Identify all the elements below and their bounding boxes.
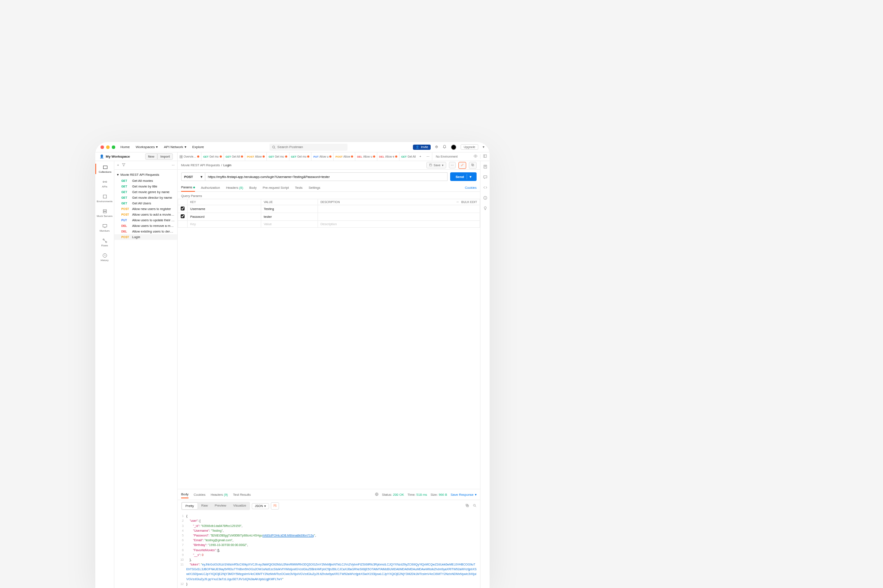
eye-icon[interactable] — [471, 154, 480, 159]
new-tab-button[interactable]: + — [417, 155, 424, 158]
more-icon[interactable]: ··· — [172, 163, 175, 167]
param-value[interactable]: Testing — [261, 205, 318, 213]
tab-settings[interactable]: Settings — [308, 184, 320, 191]
tab-body[interactable]: Body — [249, 184, 256, 191]
tab-authorization[interactable]: Authorization — [201, 184, 220, 191]
more-button[interactable]: ··· — [449, 162, 456, 168]
tab[interactable]: DELAllow u — [355, 152, 377, 161]
view-pretty[interactable]: Pretty — [182, 502, 198, 510]
param-description-placeholder[interactable]: Description — [318, 221, 480, 228]
comment-icon[interactable] — [483, 175, 487, 180]
resp-tab-cookies[interactable]: Cookies — [194, 491, 205, 498]
view-preview[interactable]: Preview — [211, 502, 230, 510]
rail-history[interactable]: History — [95, 252, 114, 262]
save-response-button[interactable]: Save Response ▾ — [451, 493, 477, 497]
new-button[interactable]: New — [145, 153, 157, 160]
tab-tests[interactable]: Tests — [295, 184, 303, 191]
tab[interactable]: GETGet mo — [267, 152, 289, 161]
menu-workspaces[interactable]: Workspaces ▾ — [136, 145, 158, 149]
rail-apis[interactable]: APIs — [95, 178, 114, 189]
tree-request[interactable]: POSTLogin — [114, 234, 177, 240]
tab-params[interactable]: Params — [181, 184, 195, 192]
tree-request[interactable]: GETGet movie by title — [114, 184, 177, 189]
tree-request[interactable]: GETGet All movies — [114, 178, 177, 184]
tree-request[interactable]: GETGet All Users — [114, 200, 177, 206]
close-window-icon[interactable] — [101, 145, 104, 149]
import-button[interactable]: Import — [157, 153, 173, 160]
tab[interactable]: GETGet All — [399, 152, 417, 161]
plus-icon[interactable]: + — [117, 163, 119, 167]
more-tabs-button[interactable]: ··· — [424, 155, 432, 158]
rail-flows[interactable]: Flows — [95, 237, 114, 248]
info-icon[interactable] — [483, 196, 487, 201]
send-button[interactable]: Send ▾ — [450, 172, 477, 181]
method-select[interactable]: POST ▾ — [181, 172, 205, 181]
rail-environments[interactable]: Environments — [95, 193, 114, 204]
tree-request[interactable]: PUTAllow users to update their us… — [114, 217, 177, 223]
tab[interactable]: GETGet mo — [289, 152, 312, 161]
chevron-down-icon[interactable]: ▾ — [483, 145, 484, 149]
sidebar-toggle-icon[interactable] — [480, 154, 490, 159]
cookies-link[interactable]: Cookies — [465, 186, 477, 190]
maximize-window-icon[interactable] — [112, 145, 115, 149]
param-key[interactable]: Username — [188, 205, 261, 213]
tab[interactable]: POSTAllow — [334, 152, 355, 161]
format-select[interactable]: JSON ▾ — [252, 503, 269, 509]
param-key[interactable]: Password — [188, 213, 261, 221]
tree-request[interactable]: DELAllow users to remove a movi… — [114, 223, 177, 229]
tab-headers[interactable]: Headers (8) — [226, 184, 243, 191]
view-raw[interactable]: Raw — [198, 502, 211, 510]
menu-home[interactable]: Home — [120, 145, 130, 149]
param-description[interactable] — [318, 205, 480, 213]
menu-explore[interactable]: Explore — [192, 145, 204, 149]
collection-folder[interactable]: ▾ Movie REST API Requests — [114, 171, 177, 178]
tree-request[interactable]: POSTAllow users to add a movie to … — [114, 212, 177, 217]
search-icon[interactable] — [473, 504, 477, 508]
tab[interactable]: DELAllow e — [377, 152, 399, 161]
param-checkbox[interactable] — [181, 214, 185, 218]
resp-tab-body[interactable]: Body — [181, 491, 188, 498]
tree-request[interactable]: POSTAllow new users to register — [114, 206, 177, 212]
docs-icon[interactable] — [483, 165, 487, 170]
tab[interactable]: GETGet All — [224, 152, 246, 161]
tree-request[interactable]: GETGet movie genre by name — [114, 189, 177, 195]
rail-collections[interactable]: Collections — [95, 164, 114, 174]
rail-mock-servers[interactable]: Mock Servers — [95, 208, 114, 218]
save-button[interactable]: Save ▾ — [426, 162, 446, 168]
edit-button[interactable] — [458, 162, 466, 169]
rail-monitors[interactable]: Monitors — [95, 223, 114, 233]
tab[interactable]: PUTAllow u — [312, 152, 334, 161]
resp-tab-test-results[interactable]: Test Results — [233, 491, 251, 498]
url-input[interactable] — [205, 172, 448, 181]
workspace-name[interactable]: 👤 My Workspace New Import — [95, 152, 178, 161]
param-value-placeholder[interactable]: Value — [261, 221, 318, 228]
environment-select[interactable]: No Environment — [432, 152, 471, 161]
resp-tab-headers[interactable]: Headers (9) — [211, 491, 228, 498]
tab-prerequest[interactable]: Pre-request Script — [263, 184, 289, 191]
search-input[interactable]: Search Postman — [269, 144, 347, 151]
menu-api-network[interactable]: API Network ▾ — [164, 145, 186, 149]
wrap-lines-button[interactable] — [271, 502, 279, 510]
globe-icon[interactable] — [375, 492, 379, 497]
breadcrumb-parent[interactable]: Movie REST API Requests — [181, 163, 220, 167]
code-icon[interactable] — [483, 185, 487, 191]
minimize-window-icon[interactable] — [106, 145, 110, 149]
response-body-viewer[interactable]: 1{2 "user": {3 "_id": "63566db1da8478ffc… — [178, 512, 480, 588]
tree-request[interactable]: GETGet movie director by name — [114, 195, 177, 200]
gear-icon[interactable]: ⚙ — [435, 145, 438, 149]
param-value[interactable]: tester — [261, 213, 318, 221]
more-icon[interactable]: ··· — [456, 200, 458, 204]
tab[interactable]: GETGet mo — [201, 152, 224, 161]
tab[interactable]: POSTAllow — [245, 152, 267, 161]
tree-request[interactable]: DELAllow existing users to deregi… — [114, 229, 177, 234]
view-visualize[interactable]: Visualize — [230, 502, 250, 510]
duplicate-button[interactable] — [469, 162, 477, 169]
lightbulb-icon[interactable] — [483, 206, 487, 211]
param-description[interactable] — [318, 213, 480, 221]
param-checkbox[interactable] — [181, 207, 185, 210]
avatar[interactable] — [451, 145, 456, 150]
invite-button[interactable]: 👤Invite — [413, 145, 431, 150]
param-key-placeholder[interactable]: Key — [188, 221, 261, 228]
copy-icon[interactable] — [465, 504, 469, 508]
bell-icon[interactable] — [442, 145, 447, 150]
